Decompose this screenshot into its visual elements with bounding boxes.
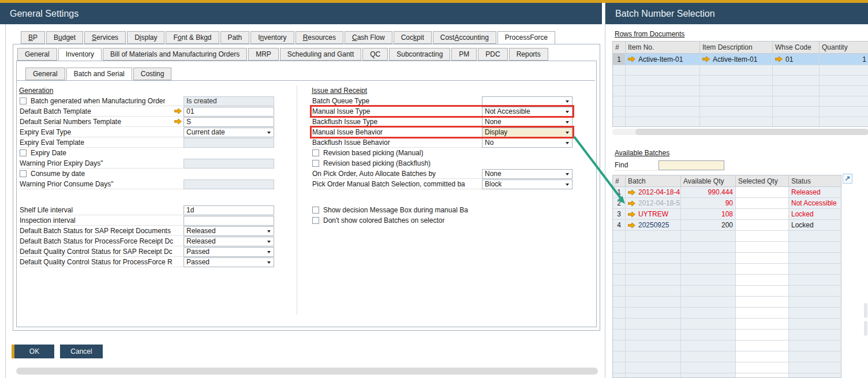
tab-costing[interactable]: Costing: [133, 68, 172, 80]
revision-based-picking-backflush-checkbox[interactable]: [312, 160, 319, 167]
whse-code-cell[interactable]: 01: [773, 54, 820, 65]
column-header-whse-code[interactable]: Whse Code: [773, 42, 820, 54]
backflush-issue-behavior-dropdown[interactable]: No: [482, 138, 573, 148]
documents-scrollbar[interactable]: [635, 129, 868, 135]
pick-order-manual-batch-selection-dropdown[interactable]: Block: [482, 179, 573, 189]
revision-based-picking-manual-checkbox[interactable]: [312, 149, 319, 156]
tab-batch-and-serial[interactable]: Batch and Serial: [66, 68, 132, 80]
tab-font-bkgd[interactable]: Font & Bkgd: [166, 31, 219, 44]
issue-receipt-rows: Batch Queue TypeManual Issue TypeNot Acc…: [312, 96, 573, 226]
item-no-cell[interactable]: Active-Item-01: [626, 54, 700, 65]
tab-cockpit[interactable]: Cockpit: [394, 31, 432, 44]
default-batch-template-input[interactable]: [184, 107, 274, 117]
link-arrow-icon[interactable]: [628, 200, 635, 207]
on-pick-order-auto-allocate-dropdown[interactable]: None: [482, 169, 573, 179]
table-row[interactable]: 420250925200Locked: [613, 220, 841, 231]
column-header-selected-qty[interactable]: Selected Qty: [736, 175, 789, 187]
horizontal-scrollbar[interactable]: [16, 368, 598, 375]
dont-show-colored-batches-checkbox[interactable]: [312, 217, 319, 224]
default-qc-status-sap-receipt-dropdown[interactable]: Passed: [184, 247, 274, 257]
selected-qty-cell[interactable]: [736, 209, 789, 220]
selected-qty-cell[interactable]: [736, 198, 789, 209]
tab-pm[interactable]: PM: [451, 48, 477, 61]
table-row[interactable]: 12012-04-18-4990.444Released: [613, 187, 841, 198]
window-frame-line: [5, 24, 6, 378]
default-serial-numbers-template-input[interactable]: [184, 117, 274, 127]
link-arrow-icon[interactable]: [628, 56, 635, 62]
tab-scheduling-and-gantt[interactable]: Scheduling and Gantt: [280, 48, 361, 61]
expiry-eval-type-dropdown[interactable]: Current date: [184, 128, 274, 137]
expiry-date-checkbox[interactable]: [20, 149, 27, 156]
default-batch-status-pf-receipt-dropdown[interactable]: Released: [184, 237, 274, 246]
table-row[interactable]: 22012-04-18-590Not Accessible: [613, 198, 841, 209]
column-header-[interactable]: #: [613, 42, 626, 54]
tab-bill-of-materials-and-manufacturing-orders[interactable]: Bill of Materials and Manufacturing Orde…: [103, 48, 247, 61]
batch-cell[interactable]: 2012-04-18-5: [626, 198, 681, 209]
tab-path[interactable]: Path: [220, 31, 250, 44]
batch-cell[interactable]: UYTREW: [626, 209, 681, 220]
tab-bp[interactable]: BP: [21, 31, 45, 44]
show-decision-message-box: Show decision Message Box during manual …: [312, 205, 573, 215]
link-arrow-icon[interactable]: [628, 222, 635, 229]
vertical-scrollbar-segment[interactable]: [864, 321, 867, 336]
inspection-interval-input[interactable]: [184, 216, 274, 226]
tab-reports[interactable]: Reports: [509, 48, 548, 61]
batch-queue-type-dropdown[interactable]: [482, 96, 573, 106]
expand-table-icon[interactable]: ↗: [843, 174, 852, 184]
tab-services[interactable]: Services: [84, 31, 126, 44]
link-arrow-icon[interactable]: [174, 108, 182, 114]
selected-qty-cell[interactable]: [736, 220, 789, 231]
tab-pdc[interactable]: PDC: [478, 48, 507, 61]
link-arrow-icon[interactable]: [174, 118, 182, 125]
tab-mrp[interactable]: MRP: [248, 48, 279, 61]
column-header-quantity[interactable]: Quantity: [820, 42, 868, 54]
tab-subcontracting[interactable]: Subcontracting: [389, 48, 450, 61]
pick-order-manual-batch-selection-label: Pick Order Manual Batch Selection, commi…: [312, 179, 482, 189]
consume-by-date-checkbox[interactable]: [20, 170, 27, 177]
selected-qty-cell[interactable]: [736, 187, 789, 198]
tab-cash-flow[interactable]: Cash Flow: [345, 31, 392, 44]
find-input[interactable]: [659, 160, 724, 170]
manual-issue-type-dropdown[interactable]: Not Accessible: [482, 107, 573, 117]
tab-resources[interactable]: Resources: [295, 31, 343, 44]
tab-budget[interactable]: Budget: [46, 31, 83, 44]
column-header-batch[interactable]: Batch: [626, 175, 681, 187]
column-header-item-no[interactable]: Item No.: [626, 42, 700, 54]
link-arrow-icon[interactable]: [628, 189, 635, 196]
ok-button[interactable]: OK: [12, 345, 54, 358]
tab-general[interactable]: General: [17, 48, 57, 61]
table-row[interactable]: 1Active-Item-01Active-Item-01011: [613, 54, 868, 65]
column-header-available-qty[interactable]: Available Qty: [681, 175, 736, 187]
generation-heading: Generation: [19, 85, 274, 95]
tab-processforce[interactable]: ProcessForce: [497, 31, 555, 44]
link-arrow-icon[interactable]: [775, 56, 783, 62]
column-header-status[interactable]: Status: [789, 175, 841, 187]
column-header-item-description[interactable]: Item Description: [700, 42, 773, 54]
link-arrow-icon[interactable]: [702, 56, 710, 62]
vertical-scrollbar-segment[interactable]: [864, 303, 867, 318]
cancel-button[interactable]: Cancel: [60, 345, 103, 358]
general-settings-titlebar: General Settings: [0, 3, 602, 24]
default-batch-status-sap-receipt-dropdown[interactable]: Released: [184, 226, 274, 236]
tab-inventory[interactable]: Inventory: [250, 31, 294, 44]
column-header-[interactable]: #: [613, 175, 626, 187]
manual-issue-behavior-dropdown[interactable]: Display: [482, 128, 573, 137]
batch-generated-when-mo-checkbox[interactable]: [20, 98, 27, 104]
default-qc-status-pf-receipt-dropdown[interactable]: Passed: [184, 257, 274, 267]
show-decision-message-box-checkbox[interactable]: [312, 207, 319, 214]
link-arrow-icon[interactable]: [628, 211, 635, 218]
tab-display[interactable]: Display: [127, 31, 164, 44]
backflush-issue-type-dropdown[interactable]: None: [482, 117, 573, 127]
tab-general[interactable]: General: [25, 68, 65, 80]
tab-cost-accounting[interactable]: Cost Accounting: [433, 31, 496, 44]
tab-qc[interactable]: QC: [362, 48, 388, 61]
default-qc-status-pf-receipt-label: Default Quality Control Status for Proce…: [19, 257, 184, 267]
tab-inventory[interactable]: Inventory: [58, 48, 102, 61]
row-number-cell: 4: [613, 220, 626, 231]
batch-cell[interactable]: 2012-04-18-4: [626, 187, 681, 198]
item-description-cell[interactable]: Active-Item-01: [700, 54, 773, 65]
quantity-cell[interactable]: 1: [820, 54, 868, 65]
table-row[interactable]: 3UYTREW108Locked: [613, 209, 841, 220]
batch-cell[interactable]: 20250925: [626, 220, 681, 231]
shelf-life-interval-input[interactable]: [184, 205, 274, 215]
